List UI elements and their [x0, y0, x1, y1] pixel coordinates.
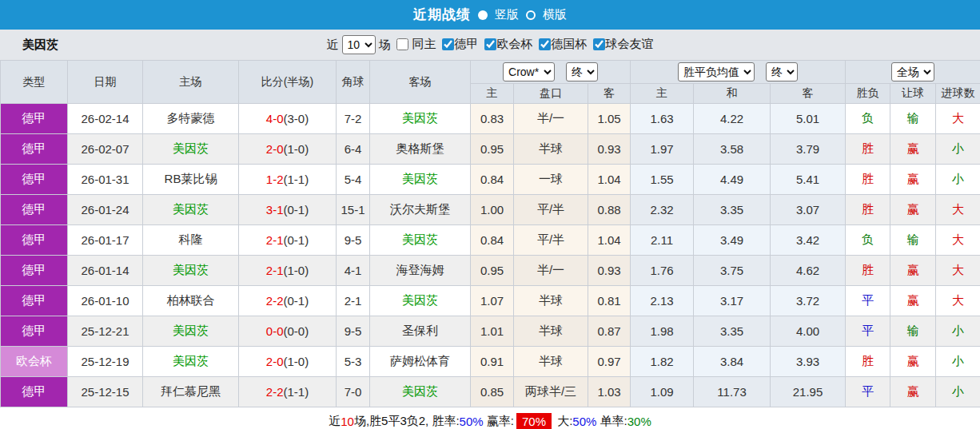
checkbox-input[interactable] [484, 38, 496, 50]
checkbox-input[interactable] [396, 38, 408, 50]
match-date: 26-01-31 [68, 165, 143, 195]
summary-segment: 场,胜5平3负2, 胜率: [354, 414, 460, 429]
match-row: 德甲26-01-24美因茨3-1(0-1)15-1沃尔夫斯堡1.00平/半0.8… [1, 195, 980, 225]
match-score: 2-1(1-0) [239, 256, 337, 286]
odds-away: 1.05 [588, 104, 631, 134]
odds-time-select[interactable]: 终 [566, 62, 598, 81]
scope-select[interactable]: 全场 [891, 62, 934, 81]
avg-type-select[interactable]: 胜平负均值 [678, 62, 755, 81]
vertical-layout-label[interactable]: 竖版 [495, 7, 519, 22]
avg-home: 2.13 [631, 286, 694, 316]
fulltime-score: 2-1 [266, 233, 284, 247]
match-score: 1-2(1-1) [239, 165, 337, 195]
match-row: 欧会杯25-12-19美因茨2-0(1-0)5-3萨姆松体育0.91半球0.97… [1, 347, 980, 377]
halftime-score: (1-0) [284, 355, 309, 368]
outcome-handicap: 输 [890, 104, 936, 134]
match-date: 25-12-21 [68, 316, 143, 347]
avg-home: 1.09 [631, 377, 694, 407]
match-score: 2-0(1-0) [239, 347, 337, 377]
odds-home: 1.00 [471, 195, 514, 225]
outcome-wdl: 胜 [846, 195, 890, 225]
outcome-wdl: 胜 [846, 347, 890, 377]
col-header-corner: 角球 [337, 61, 370, 104]
col-header-result-goals: 进球数 [936, 84, 980, 104]
col-header-date: 日期 [68, 61, 143, 104]
match-row: 德甲26-01-31RB莱比锡1-2(1-1)5-4美因茨0.84一球1.041… [1, 165, 980, 195]
summary-segment: 单率: [596, 414, 627, 429]
recent-results-panel: 近期战绩 竖版 横版 美因茨 近 10 场 同主德甲欧会杯德国杯球会友谊 类型 … [0, 0, 980, 429]
fulltime-score: 4-0 [266, 112, 284, 125]
odds-group-header: Crow* 终 [471, 61, 631, 84]
halftime-score: (0-1) [284, 294, 309, 308]
match-type-badge: 德甲 [1, 195, 68, 225]
home-team: 美因茨 [143, 195, 239, 225]
halftime-score: (1-0) [284, 264, 309, 277]
league-filter-checkbox[interactable]: 欧会杯 [479, 37, 533, 52]
outcome-goals: 大 [936, 104, 980, 134]
checkbox-label: 欧会杯 [497, 37, 533, 52]
avg-draw: 4.49 [694, 165, 771, 195]
home-team: 美因茨 [143, 316, 239, 347]
league-filter-checkbox[interactable]: 德甲 [436, 37, 479, 52]
avg-away: 5.01 [771, 104, 846, 134]
outcome-handicap: 输 [890, 225, 936, 256]
outcome-wdl: 平 [846, 286, 890, 316]
avg-draw: 3.35 [694, 195, 771, 225]
avg-away: 4.62 [771, 256, 846, 286]
summary-segment: 50% [460, 415, 484, 428]
avg-away: 3.72 [771, 286, 846, 316]
summary-segment: 50% [572, 415, 596, 428]
match-score: 2-2(0-1) [239, 286, 337, 316]
away-team: 美因茨 [370, 104, 471, 134]
away-team: 沃尔夫斯堡 [370, 195, 471, 225]
checkbox-input[interactable] [593, 38, 605, 50]
odds-home: 1.01 [471, 316, 514, 347]
avg-home: 1.98 [631, 316, 694, 347]
checkbox-label: 德甲 [455, 37, 479, 52]
avg-draw: 3.84 [694, 347, 771, 377]
odds-home: 0.84 [471, 165, 514, 195]
odds-home: 1.07 [471, 286, 514, 316]
recent-prefix-label: 近 [327, 38, 339, 53]
page-title: 近期战绩 [413, 6, 471, 24]
match-row: 德甲26-01-10柏林联合2-2(0-1)2-1美因茨1.07半球0.812.… [1, 286, 980, 316]
odds-away: 1.04 [588, 225, 631, 256]
home-team: 柏林联合 [143, 286, 239, 316]
away-team: 奥格斯堡 [370, 134, 471, 165]
outcome-goals: 小 [936, 165, 980, 195]
avg-home: 1.55 [631, 165, 694, 195]
avg-home: 1.97 [631, 134, 694, 165]
corner-score: 7-0 [337, 377, 370, 407]
col-header-avg-home: 主 [631, 84, 694, 104]
match-date: 25-12-19 [68, 347, 143, 377]
corner-score: 5-4 [337, 165, 370, 195]
avg-draw: 3.17 [694, 286, 771, 316]
checkbox-input[interactable] [539, 38, 551, 50]
match-type-badge: 德甲 [1, 165, 68, 195]
outcome-handicap: 输 [890, 316, 936, 347]
avg-draw: 3.35 [694, 316, 771, 347]
filter-bar: 美因茨 近 10 场 同主德甲欧会杯德国杯球会友谊 [0, 30, 980, 60]
odds-home: 0.95 [471, 134, 514, 165]
avg-away: 21.95 [771, 377, 846, 407]
col-header-away: 客场 [370, 61, 471, 104]
checkbox-label: 德国杯 [552, 37, 588, 52]
away-team: 海登海姆 [370, 256, 471, 286]
outcome-handicap: 赢 [890, 195, 936, 225]
match-type-badge: 欧会杯 [1, 347, 68, 377]
bookmaker-select[interactable]: Crow* [503, 62, 555, 81]
checkbox-input[interactable] [442, 38, 454, 50]
vertical-layout-radio[interactable] [478, 10, 488, 20]
odds-handicap: 半球 [514, 286, 588, 316]
league-filter-checkbox[interactable]: 德国杯 [533, 37, 588, 52]
league-filter-checkbox[interactable]: 同主 [391, 37, 436, 52]
league-filter-checkbox[interactable]: 球会友谊 [588, 37, 654, 52]
corner-score: 5-3 [337, 347, 370, 377]
horizontal-layout-label[interactable]: 横版 [543, 7, 567, 22]
outcome-handicap: 赢 [890, 286, 936, 316]
avg-time-select[interactable]: 终 [766, 62, 798, 81]
home-team: 美因茨 [143, 134, 239, 165]
fulltime-score: 2-0 [266, 142, 284, 156]
horizontal-layout-radio[interactable] [526, 10, 536, 20]
recent-count-select[interactable]: 10 [342, 35, 376, 54]
